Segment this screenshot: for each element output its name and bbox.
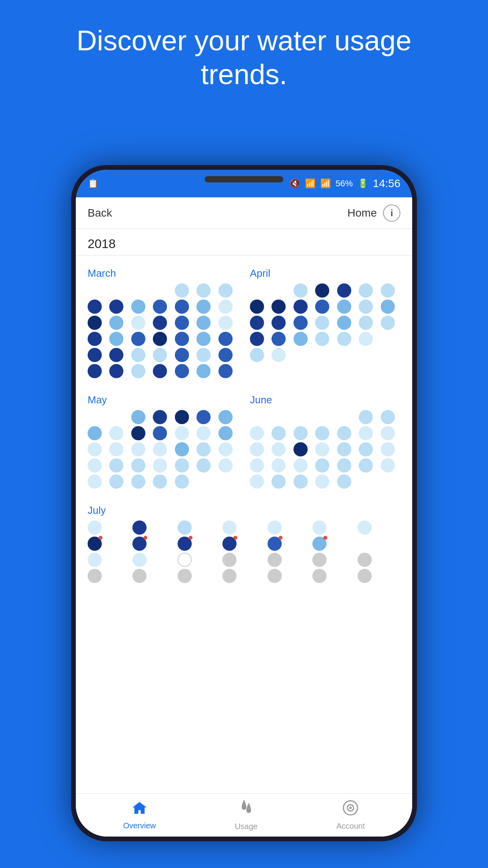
dot <box>109 348 123 362</box>
dot <box>272 332 286 346</box>
dot <box>196 474 211 489</box>
home-icon <box>132 800 147 819</box>
dot <box>218 348 233 362</box>
status-left: 📋 <box>88 178 98 189</box>
home-button[interactable]: Home <box>347 207 377 219</box>
dot <box>337 442 351 456</box>
dot <box>218 458 233 473</box>
june-dots <box>250 410 400 489</box>
dot <box>218 364 233 378</box>
mute-icon: 🔇 <box>290 178 300 189</box>
dot <box>250 316 264 330</box>
dot <box>196 332 211 346</box>
months-grid: March <box>84 263 404 587</box>
dot <box>132 553 147 567</box>
dot <box>294 300 308 314</box>
dot <box>337 283 351 298</box>
dot <box>268 553 282 567</box>
phone-frame: 📋 🔇 📶 📶 56% 🔋 14:56 Back Home i 2018 <box>71 165 417 841</box>
dot <box>175 332 189 346</box>
wifi-icon: 📶 <box>305 178 316 189</box>
dot <box>315 410 329 424</box>
battery-percent: 56% <box>336 178 353 189</box>
dot <box>88 348 102 362</box>
dot <box>175 300 189 314</box>
dot <box>315 332 329 346</box>
may-dots <box>88 410 238 489</box>
calendar-scroll[interactable]: March <box>76 256 412 793</box>
dot <box>218 410 233 424</box>
status-bar: 📋 🔇 📶 📶 56% 🔋 14:56 <box>76 170 412 197</box>
dot <box>359 332 373 346</box>
dot <box>109 332 123 346</box>
account-icon <box>343 800 358 819</box>
dot <box>109 410 123 424</box>
dot <box>175 458 189 473</box>
dot <box>153 474 167 489</box>
dot <box>153 426 167 440</box>
dot <box>294 332 308 346</box>
dot <box>294 442 308 456</box>
dot <box>109 316 123 330</box>
dot <box>196 458 211 473</box>
dot <box>337 426 351 440</box>
dot <box>131 332 145 346</box>
dot <box>358 520 372 535</box>
back-button[interactable]: Back <box>88 207 112 219</box>
overview-label: Overview <box>123 821 156 830</box>
dot <box>315 348 329 362</box>
dot <box>268 569 282 583</box>
dot <box>175 364 189 378</box>
dot <box>359 283 373 298</box>
dot <box>196 410 211 424</box>
dot <box>88 474 102 489</box>
nav-account[interactable]: Account <box>336 800 365 831</box>
dot <box>153 316 167 330</box>
nav-usage[interactable]: Usage <box>235 800 258 831</box>
hero-text: Discover your water usage trends. <box>0 24 488 92</box>
dot <box>178 569 192 583</box>
dot <box>196 348 211 362</box>
dot <box>196 442 211 456</box>
dot <box>359 474 373 489</box>
dot <box>88 316 102 330</box>
dot <box>272 316 286 330</box>
dot <box>381 300 395 314</box>
dot <box>315 300 329 314</box>
dot <box>222 569 237 583</box>
april-dots <box>250 283 400 362</box>
dot <box>88 364 102 378</box>
dot <box>272 283 286 298</box>
nav-overview[interactable]: Overview <box>123 800 156 830</box>
dot <box>315 316 329 330</box>
dot <box>131 364 145 378</box>
app-status-icon: 📋 <box>88 178 98 189</box>
month-april: April <box>246 263 404 382</box>
dot <box>381 348 395 362</box>
month-title-july: July <box>88 504 400 517</box>
dot <box>381 283 395 298</box>
year-header: 2018 <box>76 229 412 256</box>
svg-point-2 <box>349 807 352 809</box>
dot <box>178 537 192 551</box>
dot <box>381 458 395 473</box>
dot <box>381 410 395 424</box>
dot <box>250 458 264 473</box>
dot <box>250 300 264 314</box>
dot <box>250 283 264 298</box>
dot <box>315 442 329 456</box>
dot <box>250 410 264 424</box>
dot <box>359 348 373 362</box>
dot <box>175 283 189 298</box>
dot <box>109 442 123 456</box>
dot <box>294 458 308 473</box>
dot <box>109 474 123 489</box>
dot <box>131 348 145 362</box>
dot <box>358 537 372 551</box>
dot <box>337 332 351 346</box>
dot <box>196 364 211 378</box>
dot <box>337 316 351 330</box>
dot <box>175 348 189 362</box>
dot <box>268 537 282 551</box>
info-button[interactable]: i <box>383 204 400 222</box>
